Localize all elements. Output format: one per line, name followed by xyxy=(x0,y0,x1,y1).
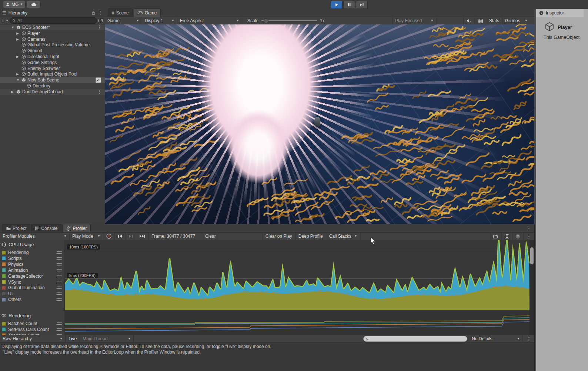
stats-button[interactable]: Stats xyxy=(486,17,502,24)
rendering-header[interactable]: Rendering xyxy=(0,312,65,319)
foldout-closed-icon[interactable]: ▶ xyxy=(16,55,19,59)
cpu-usage-chart[interactable] xyxy=(65,240,529,311)
hierarchy-search-input[interactable]: All xyxy=(10,17,97,24)
hierarchy-item-cameras[interactable]: ▶Cameras xyxy=(0,36,105,42)
legend-drag-handle[interactable] xyxy=(57,298,62,301)
play-button[interactable] xyxy=(331,1,343,9)
legend-drag-handle[interactable] xyxy=(57,263,62,265)
record-button[interactable] xyxy=(103,233,115,240)
hierarchy-item-ground[interactable]: Ground xyxy=(0,48,105,54)
hierarchy-header[interactable]: ☰ Hierarchy ⋮ xyxy=(0,9,105,17)
step-button[interactable] xyxy=(356,1,368,9)
details-kebab-menu[interactable]: ⋮ xyxy=(524,335,534,342)
legend-drag-handle[interactable] xyxy=(57,275,62,277)
display-dropdown[interactable]: Display 1▼ xyxy=(142,17,177,24)
hierarchy-item-game-settings[interactable]: Game Settings xyxy=(0,60,105,66)
tab-scene[interactable]: # Scene xyxy=(108,9,133,17)
legend-drag-handle[interactable] xyxy=(57,269,62,271)
tab-game[interactable]: Game xyxy=(134,9,161,17)
subscene-checkbox[interactable]: ✓ xyxy=(96,77,101,83)
bottom-kebab-menu[interactable]: ⋮ xyxy=(527,226,531,231)
cpu-usage-sidebar[interactable]: CPU Usage RenderingScriptsPhysicsAnimati… xyxy=(0,240,65,311)
foldout-open-icon[interactable]: ▼ xyxy=(11,26,14,29)
clear-button[interactable]: Clear xyxy=(202,233,219,240)
profiler-target-dropdown[interactable]: Play Mode▼ xyxy=(70,233,103,240)
hierarchy-item-new-sub-scene[interactable]: ▼New Sub Scene✓ xyxy=(0,77,105,83)
item-kebab-menu[interactable]: ⋮ xyxy=(97,89,102,94)
display-target-dropdown[interactable]: Game▼ xyxy=(105,17,142,24)
profiler-modules-dropdown[interactable]: Profiler Modules▼ xyxy=(0,233,70,240)
tab-profiler[interactable]: Profiler xyxy=(62,224,91,232)
hierarchy-item-ecs-shooter[interactable]: ▼ECS Shooter*⋮ xyxy=(0,24,105,30)
create-object-button[interactable]: + xyxy=(1,18,4,24)
legend-drag-handle[interactable] xyxy=(57,251,62,254)
rendering-legend-batches-count[interactable]: Batches Count xyxy=(0,321,65,327)
save-profile-button[interactable] xyxy=(502,233,512,240)
thread-dropdown[interactable]: Main Thread▼ xyxy=(80,335,134,342)
last-frame-button[interactable] xyxy=(136,233,148,240)
hierarchy-item-global-post-processing-volume[interactable]: Global Post Processing Volume xyxy=(0,42,105,48)
cpu-legend-vsync[interactable]: VSync xyxy=(0,279,65,285)
scale-slider[interactable] xyxy=(261,17,317,24)
load-profile-button[interactable] xyxy=(490,233,502,240)
clear-on-play-button[interactable]: Clear on Play xyxy=(262,233,295,240)
cpu-legend-rendering[interactable]: Rendering xyxy=(0,250,65,255)
rendering-chart[interactable] xyxy=(65,311,529,335)
hierarchy-item-directional-light[interactable]: ▶Directional Light xyxy=(0,54,105,60)
legend-drag-handle[interactable] xyxy=(57,322,62,325)
help-button[interactable]: ? xyxy=(512,233,524,240)
mute-audio-button[interactable] xyxy=(463,17,475,24)
profiler-kebab-menu[interactable]: ⋮ xyxy=(524,233,534,240)
hierarchy-item-directory[interactable]: Directory xyxy=(0,83,105,89)
hierarchy-item-player[interactable]: ▶Player xyxy=(0,30,105,36)
foldout-closed-icon[interactable]: ▶ xyxy=(16,72,19,76)
legend-drag-handle[interactable] xyxy=(57,328,62,331)
live-toggle[interactable]: Live xyxy=(66,335,80,342)
tab-project[interactable]: Project xyxy=(2,224,30,232)
play-focused-dropdown[interactable]: Play Focused▼ xyxy=(392,17,437,24)
cpu-legend-physics[interactable]: Physics xyxy=(0,261,65,267)
cpu-usage-header[interactable]: CPU Usage xyxy=(0,241,65,248)
hierarchy-item-enemy-spawner[interactable]: Enemy Spawner xyxy=(0,66,105,71)
create-dropdown-icon[interactable]: ▼ xyxy=(6,19,9,22)
foldout-closed-icon[interactable]: ▶ xyxy=(16,37,19,41)
hierarchy-item-bullet-impact-object-pool[interactable]: ▶Bullet Impact Object Pool xyxy=(0,71,105,77)
cpu-legend-scripts[interactable]: Scripts xyxy=(0,255,65,261)
chart-scrollbar-thumb[interactable] xyxy=(530,247,534,264)
hierarchy-item-dontdestroyonload[interactable]: ▶DontDestroyOnLoad⋮ xyxy=(0,89,105,95)
cpu-legend-animation[interactable]: Animation xyxy=(0,267,65,273)
cpu-legend-others[interactable]: Others xyxy=(0,297,65,303)
foldout-closed-icon[interactable]: ▶ xyxy=(11,90,14,94)
details-view-dropdown[interactable]: No Details▼ xyxy=(469,335,523,342)
item-kebab-menu[interactable]: ⋮ xyxy=(97,25,102,30)
cpu-legend-global-illumination[interactable]: Global Illumination xyxy=(0,285,65,291)
scale-slider-knob[interactable] xyxy=(264,19,268,23)
details-search-input[interactable] xyxy=(363,336,467,342)
foldout-closed-icon[interactable]: ▶ xyxy=(16,31,19,35)
lock-icon[interactable] xyxy=(91,11,96,15)
rendering-legend-setpass-calls-count[interactable]: SetPass Calls Count xyxy=(0,327,65,332)
pause-button[interactable] xyxy=(343,1,355,9)
deep-profile-button[interactable]: Deep Profile xyxy=(295,233,326,240)
vsync-grid-button[interactable] xyxy=(475,17,486,24)
legend-drag-handle[interactable] xyxy=(57,281,62,283)
open-search-window-icon[interactable] xyxy=(98,18,103,23)
cloud-services-button[interactable] xyxy=(27,1,41,8)
next-frame-button[interactable] xyxy=(126,233,136,240)
tab-inspector[interactable]: Inspector xyxy=(536,9,584,17)
account-dropdown[interactable]: MG ▼ xyxy=(3,1,26,8)
cpu-legend-ui[interactable]: UI xyxy=(0,291,65,297)
legend-drag-handle[interactable] xyxy=(57,257,62,260)
call-stacks-button[interactable]: Call Stacks▼ xyxy=(326,233,361,240)
legend-drag-handle[interactable] xyxy=(57,287,62,289)
hierarchy-kebab-menu[interactable]: ⋮ xyxy=(98,10,103,15)
first-frame-button[interactable] xyxy=(115,233,126,240)
chart-scrollbar[interactable] xyxy=(529,240,534,335)
cpu-legend-garbagecollector[interactable]: GarbageCollector xyxy=(0,273,65,279)
aspect-dropdown[interactable]: Free Aspect▼ xyxy=(177,17,242,24)
view-mode-dropdown[interactable]: Raw Hierarchy▼ xyxy=(0,335,66,342)
tab-console[interactable]: Console xyxy=(31,224,61,232)
legend-drag-handle[interactable] xyxy=(57,293,62,295)
rendering-sidebar[interactable]: Rendering Batches CountSetPass Calls Cou… xyxy=(0,311,65,335)
foldout-open-icon[interactable]: ▼ xyxy=(16,78,20,82)
